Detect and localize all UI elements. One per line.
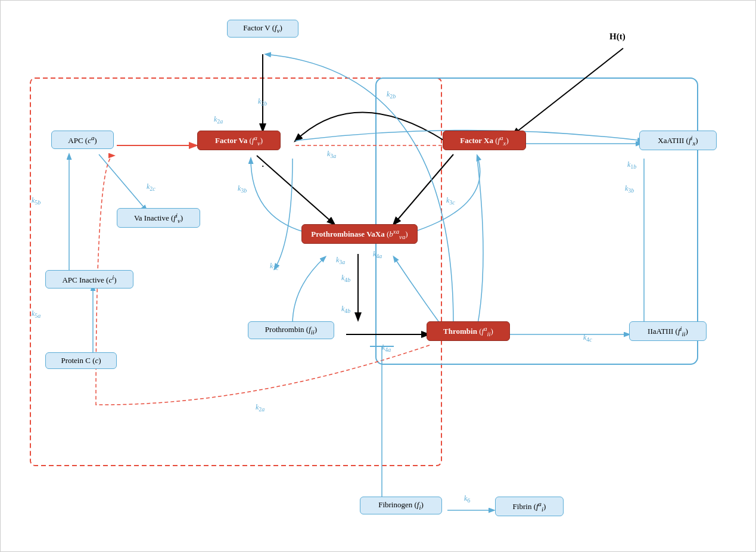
k3a-label-1: k3a — [327, 150, 336, 159]
prothrombinase-node: Prothrombinase VaXa (bxava) — [301, 224, 418, 244]
factor-va-node: Factor Va (fav) — [197, 131, 281, 150]
k2b-curve-arrow — [295, 113, 444, 141]
k4b-label-2: k4b — [341, 305, 350, 314]
activation-dot: · — [262, 160, 265, 173]
k4a-label-1: k4a — [373, 250, 382, 259]
ht-label: H(t) — [609, 32, 626, 42]
xa-atiii-node: XaATIII (fix) — [639, 131, 717, 150]
prothrombin-node: Prothrombin (fii) — [248, 321, 334, 339]
thrombin-k2a-red-dashed — [96, 156, 430, 405]
k2b-label-2: k2b — [387, 90, 396, 100]
k2b-label-1: k2b — [258, 97, 267, 107]
k3c-fva-down — [275, 159, 293, 269]
k4a-label-2: k4a — [382, 343, 391, 353]
k3c-label-1: k3c — [270, 262, 279, 271]
k2a-label-bottom: k2a — [256, 403, 265, 413]
k5b-label: k5b — [32, 196, 41, 206]
factor-v-node: Factor V (fv) — [227, 20, 298, 38]
fibrinogen-node: Fibrinogen (fi) — [360, 497, 442, 514]
fibrin-node: Fibrin (fai) — [495, 497, 564, 516]
protein-c-node: Protein C (c) — [45, 352, 117, 369]
va-inactive-node: Va Inactive (fiv) — [117, 208, 200, 228]
apc-node: APC (ca) — [51, 131, 114, 149]
k3c-label-2: k3c — [446, 196, 455, 206]
thrombin-to-ptase-blue — [394, 257, 441, 325]
k3a-label-2: k3a — [336, 256, 345, 265]
k4b-label-1: k4b — [341, 274, 350, 283]
thrombin-to-factorV-blue — [266, 54, 453, 324]
k3b-label-1: k3b — [238, 184, 247, 194]
apc-to-vaInactive-arrow — [99, 154, 147, 210]
fva-to-ptase-arrow — [257, 156, 334, 224]
apc-inactive-node: APC Inactive (ci) — [45, 270, 133, 289]
k4c-label: k4c — [583, 333, 592, 343]
factor-xa-node: Factor Xa (fax) — [443, 131, 526, 150]
prothrombin-to-ptase-blue — [293, 257, 325, 324]
k1b-label: k1b — [627, 160, 636, 170]
iia-atiii-node: IIaATIII (fiii) — [629, 321, 707, 341]
diagram-container: Factor V (fv) Factor Va (fav) Factor Xa … — [0, 0, 756, 552]
k2a-label-1: k2a — [214, 115, 223, 125]
thrombin-node: Thrombin (faii) — [427, 321, 510, 341]
k6-label: k6 — [464, 494, 470, 504]
k2c-label: k2c — [147, 182, 155, 192]
k5a-label: k5a — [32, 309, 41, 319]
k3b-label-2: k3b — [625, 184, 634, 194]
fxa-to-ptase-arrow — [394, 154, 453, 224]
ht-arrow — [513, 48, 623, 135]
